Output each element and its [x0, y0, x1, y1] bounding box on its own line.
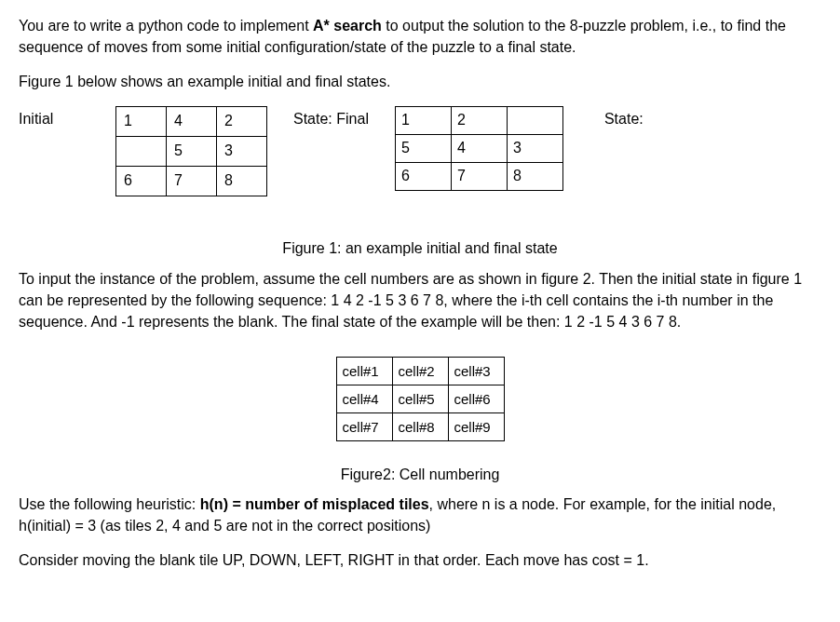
grid-cell: 8 — [217, 166, 267, 196]
heuristic-paragraph-1: Use the following heuristic: h(n) = numb… — [19, 494, 821, 536]
heuristic-text-1a: Use the following heuristic: — [19, 496, 200, 512]
table-row: 5 3 — [116, 136, 267, 166]
grid-cell: cell#4 — [336, 385, 392, 413]
initial-state-grid: 1 4 2 5 3 6 7 8 — [115, 106, 267, 196]
grid-cell: 5 — [167, 136, 217, 166]
cell-numbering-grid: cell#1 cell#2 cell#3 cell#4 cell#5 cell#… — [336, 357, 505, 441]
page-root: You are to write a python code to implem… — [0, 0, 840, 589]
grid-cell — [116, 136, 167, 166]
figure-2-caption: Figure2: Cell numbering — [19, 464, 821, 485]
intro-text-1b: A* search — [313, 18, 382, 34]
heuristic-text-1b: h(n) = number of misplaced tiles — [200, 496, 429, 512]
table-row: cell#7 cell#8 cell#9 — [336, 413, 504, 441]
intro-paragraph-2: Figure 1 below shows an example initial … — [19, 71, 821, 92]
table-row: 6 7 8 — [116, 166, 267, 196]
table-row: 6 7 8 — [395, 162, 562, 190]
grid-cell: cell#6 — [448, 385, 504, 413]
grid-cell: 2 — [451, 106, 507, 134]
label-initial: Initial — [19, 106, 115, 129]
table-row: 1 4 2 — [116, 106, 267, 136]
final-state-grid: 1 2 5 4 3 6 7 8 — [395, 106, 563, 191]
grid-cell: 7 — [167, 166, 217, 196]
grid-cell: 3 — [507, 134, 562, 162]
grid-cell: 5 — [395, 134, 451, 162]
intro-paragraph-1: You are to write a python code to implem… — [19, 15, 821, 58]
grid-cell: cell#3 — [448, 358, 504, 385]
grid-cell: 6 — [395, 162, 451, 190]
grid-cell: 1 — [116, 106, 167, 136]
grid-cell: 7 — [451, 162, 507, 190]
grid-cell: 2 — [217, 106, 267, 136]
grid-cell: cell#9 — [448, 413, 504, 441]
figure-2-wrap: cell#1 cell#2 cell#3 cell#4 cell#5 cell#… — [19, 357, 821, 441]
grid-cell: cell#1 — [336, 358, 392, 385]
label-state-final: State: Final — [267, 106, 395, 129]
grid-cell: 4 — [167, 106, 217, 136]
grid-cell: 8 — [507, 162, 562, 190]
figure-1-row: Initial 1 4 2 5 3 6 7 8 State: Final 1 — [19, 106, 821, 196]
grid-cell: cell#7 — [336, 413, 392, 441]
heuristic-paragraph-2: Consider moving the blank tile UP, DOWN,… — [19, 549, 821, 571]
grid-cell: 1 — [395, 106, 451, 134]
table-row: 1 2 — [395, 106, 562, 134]
label-state: State: — [563, 106, 644, 129]
grid-cell: 4 — [451, 134, 507, 162]
grid-cell: 3 — [217, 136, 267, 166]
figure-1-caption: Figure 1: an example initial and final s… — [19, 237, 821, 259]
table-row: cell#1 cell#2 cell#3 — [336, 358, 504, 385]
grid-cell — [507, 106, 562, 134]
table-row: cell#4 cell#5 cell#6 — [336, 385, 504, 413]
encoding-paragraph: To input the instance of the problem, as… — [19, 268, 821, 333]
grid-cell: 6 — [116, 166, 167, 196]
intro-text-1a: You are to write a python code to implem… — [19, 18, 313, 34]
grid-cell: cell#2 — [392, 358, 448, 385]
table-row: 5 4 3 — [395, 134, 562, 162]
grid-cell: cell#8 — [392, 413, 448, 441]
grid-cell: cell#5 — [392, 385, 448, 413]
